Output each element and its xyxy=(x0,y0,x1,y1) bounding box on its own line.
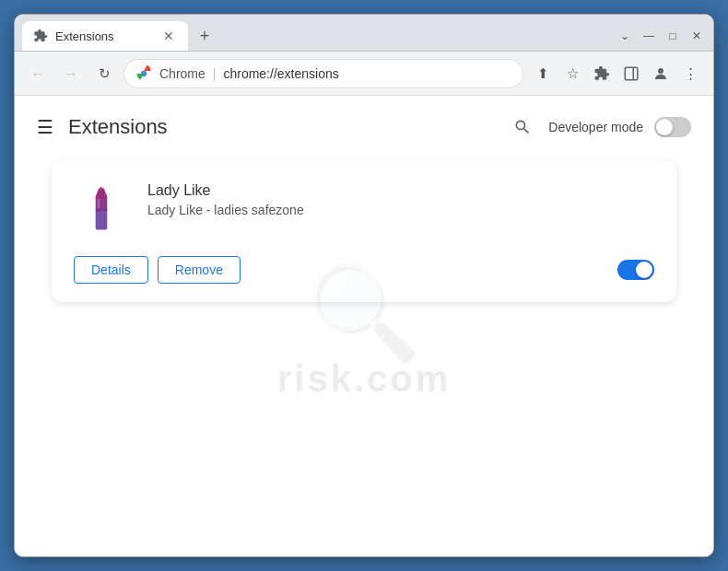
page-content: 🔍 risk.com ☰ Extensions Developer mode xyxy=(15,96,713,556)
back-button[interactable]: ← xyxy=(24,60,52,87)
profile-icon xyxy=(652,65,669,82)
close-button[interactable]: ✕ xyxy=(687,27,706,45)
address-bar[interactable]: Chrome | chrome://extensions xyxy=(123,59,523,88)
nav-right-icons: ⬆ ☆ ⋮ xyxy=(529,60,704,87)
details-button[interactable]: Details xyxy=(74,256,148,284)
bookmark-button[interactable]: ☆ xyxy=(558,60,586,87)
title-bar: Extensions ✕ + ⌄ — □ ✕ xyxy=(15,15,713,52)
browser-window: Extensions ✕ + ⌄ — □ ✕ ← → ↻ xyxy=(14,14,714,557)
forward-button[interactable]: → xyxy=(57,60,85,87)
sidebar-icon xyxy=(623,65,640,82)
active-tab: Extensions ✕ xyxy=(22,21,188,51)
svg-point-3 xyxy=(658,68,663,74)
window-controls: ⌄ — □ ✕ xyxy=(616,27,706,45)
toggle-on-knob xyxy=(636,262,652,278)
chrome-label: Chrome xyxy=(159,66,205,81)
svg-marker-8 xyxy=(99,187,103,189)
tab-close-btn[interactable]: ✕ xyxy=(160,28,177,44)
chrome-logo-icon xyxy=(135,65,152,82)
card-bottom: Details Remove xyxy=(74,256,654,284)
page-title: Extensions xyxy=(68,115,168,139)
svg-rect-4 xyxy=(96,210,108,230)
watermark-text: risk.com xyxy=(277,358,452,400)
developer-mode-label: Developer mode xyxy=(548,120,643,134)
extensions-nav-icon xyxy=(593,65,610,82)
extensions-header: ☰ Extensions Developer mode xyxy=(15,96,713,151)
remove-button[interactable]: Remove xyxy=(158,256,241,284)
address-separator: | xyxy=(213,66,217,81)
chevron-down-btn[interactable]: ⌄ xyxy=(616,27,634,45)
hamburger-menu-button[interactable]: ☰ xyxy=(37,116,53,138)
header-right: Developer mode xyxy=(508,112,691,142)
share-button[interactable]: ⬆ xyxy=(529,60,557,87)
new-tab-button[interactable]: + xyxy=(192,23,217,49)
chrome-menu-button[interactable]: ⋮ xyxy=(676,60,704,87)
extension-name: Lady Like xyxy=(147,182,654,199)
profile-button[interactable] xyxy=(647,60,675,87)
extension-enable-toggle[interactable] xyxy=(617,260,654,280)
extension-card: Lady Like Lady Like - ladies safezone De… xyxy=(52,160,676,302)
extension-description: Lady Like - ladies safezone xyxy=(147,203,654,217)
card-top: Lady Like Lady Like - ladies safezone xyxy=(74,182,654,238)
reload-button[interactable]: ↻ xyxy=(90,60,118,87)
minimize-button[interactable]: — xyxy=(640,27,658,45)
extension-icon xyxy=(85,185,118,235)
svg-rect-1 xyxy=(625,67,638,80)
nav-bar: ← → ↻ Chrome | chrome://extensions ⬆ ☆ xyxy=(15,52,713,96)
tab-label: Extensions xyxy=(55,29,114,43)
developer-mode-toggle[interactable] xyxy=(654,117,691,137)
maximize-button[interactable]: □ xyxy=(663,27,682,45)
extension-icon-wrapper xyxy=(74,182,129,238)
extensions-button[interactable] xyxy=(588,60,616,87)
svg-marker-7 xyxy=(96,189,108,197)
search-button[interactable] xyxy=(508,112,537,142)
search-icon xyxy=(513,118,532,136)
extension-info: Lady Like Lady Like - ladies safezone xyxy=(147,182,654,217)
toggle-knob xyxy=(656,119,673,135)
sidebar-button[interactable] xyxy=(617,60,645,87)
address-url: chrome://extensions xyxy=(223,66,338,81)
tab-extension-icon xyxy=(33,29,48,43)
svg-rect-9 xyxy=(98,198,100,208)
